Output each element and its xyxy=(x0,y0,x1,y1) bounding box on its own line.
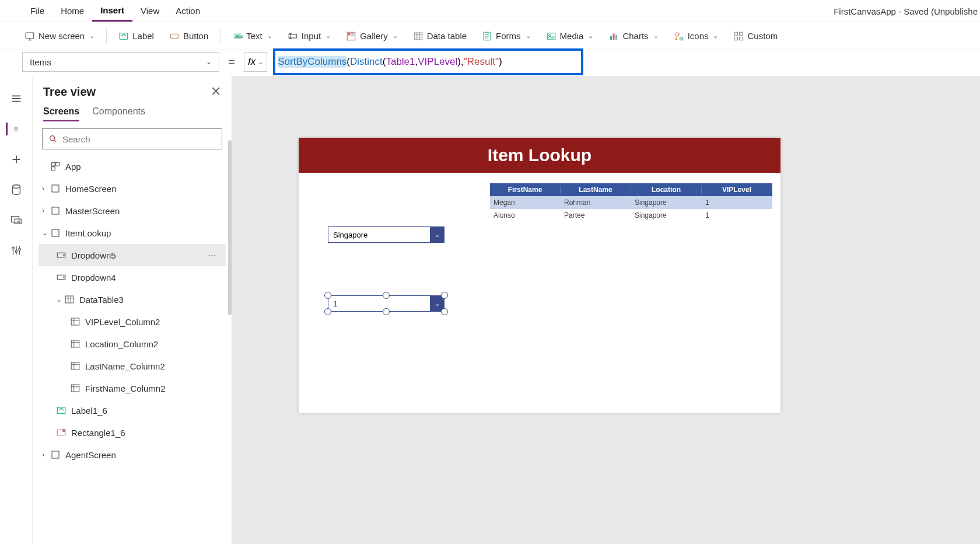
svg-point-17 xyxy=(676,33,679,36)
dropdown5-control[interactable]: 1 ⌄ xyxy=(328,295,444,312)
col-header-lastname[interactable]: LastName xyxy=(561,186,631,194)
new-screen-button[interactable]: New screen⌄ xyxy=(19,27,100,45)
column-icon xyxy=(70,316,82,327)
tree-item-app[interactable]: App xyxy=(38,155,226,177)
fx-button[interactable]: fx⌄ xyxy=(244,52,267,72)
svg-rect-21 xyxy=(740,37,743,40)
custom-icon xyxy=(733,31,744,41)
resize-handle[interactable] xyxy=(324,308,331,315)
dropdown-icon xyxy=(56,250,68,260)
svg-text:Abc: Abc xyxy=(236,34,243,39)
tab-components[interactable]: Components xyxy=(92,106,145,121)
add-icon[interactable] xyxy=(10,153,23,166)
table-row[interactable]: Alonso Partee Singapore 1 xyxy=(490,209,772,222)
tree-item-datatable3[interactable]: ⌄DataTable3 xyxy=(38,288,226,311)
table-row[interactable]: Megan Rohman Singapore 1 xyxy=(490,196,772,209)
resize-handle[interactable] xyxy=(441,292,448,299)
datatable3-control[interactable]: FirstName LastName Location VIPLevel Meg… xyxy=(490,183,772,222)
gallery-icon xyxy=(346,31,356,41)
table-header: FirstName LastName Location VIPLevel xyxy=(490,183,772,196)
col-header-viplevel[interactable]: VIPLevel xyxy=(702,186,772,194)
hamburger-icon[interactable] xyxy=(10,92,23,105)
svg-rect-45 xyxy=(52,451,59,458)
tree-item-rectangle1[interactable]: Rectangle1_6 xyxy=(38,421,226,444)
rectangle-icon xyxy=(56,427,68,438)
database-icon[interactable] xyxy=(10,183,23,196)
dropdown4-control[interactable]: Singapore ⌄ xyxy=(328,226,444,243)
text-button[interactable]: Abc Text⌄ xyxy=(226,27,278,45)
label-icon xyxy=(56,405,68,416)
svg-rect-41 xyxy=(71,385,79,392)
resize-handle[interactable] xyxy=(324,292,331,299)
tree-item-col-lastname[interactable]: LastName_Column2 xyxy=(38,355,226,377)
tab-screens[interactable]: Screens xyxy=(43,106,79,121)
custom-button[interactable]: Custom xyxy=(727,27,783,45)
tools-icon[interactable] xyxy=(10,244,23,257)
canvas-screen[interactable]: Item Lookup Singapore ⌄ 1 ⌄ xyxy=(299,138,780,413)
svg-rect-2 xyxy=(170,34,178,39)
app-title: FirstCanvasApp - Saved (Unpublishe xyxy=(834,0,980,22)
screen-icon xyxy=(50,449,62,460)
formula-bar[interactable]: SortByColumns(Distinct(Table1, VIPLevel)… xyxy=(273,52,980,72)
screen-icon xyxy=(24,31,35,41)
svg-point-28 xyxy=(50,136,55,141)
property-selector[interactable]: Items ⌄ xyxy=(22,52,219,72)
forms-label: Forms xyxy=(496,31,521,41)
svg-rect-19 xyxy=(740,32,743,35)
col-header-firstname[interactable]: FirstName xyxy=(490,186,561,194)
dropdown-value: Singapore xyxy=(333,231,368,239)
tree-item-col-vip[interactable]: VIPLevel_Column2 xyxy=(38,311,226,333)
col-header-location[interactable]: Location xyxy=(631,186,702,194)
menu-view[interactable]: View xyxy=(132,1,167,20)
resize-handle[interactable] xyxy=(441,308,448,315)
page-title: Item Lookup xyxy=(488,145,592,165)
chevron-down-icon[interactable]: ⌄ xyxy=(430,227,444,242)
tree-item-dropdown5[interactable]: Dropdown5⋯ xyxy=(38,244,226,266)
menu-insert[interactable]: Insert xyxy=(92,1,132,22)
tree-item-col-location[interactable]: Location_Column2 xyxy=(38,333,226,355)
chevron-right-icon: › xyxy=(42,451,50,459)
data-table-button[interactable]: Data table xyxy=(407,27,473,45)
chevron-down-icon: ⌄ xyxy=(393,32,398,40)
forms-button[interactable]: Forms⌄ xyxy=(476,27,537,45)
media-icon[interactable] xyxy=(10,214,23,226)
tree-view-icon[interactable] xyxy=(6,123,19,135)
chevron-down-icon: ⌄ xyxy=(653,32,659,40)
search-input[interactable] xyxy=(42,128,222,149)
media-label: Media xyxy=(560,31,584,41)
chevron-down-icon: ⌄ xyxy=(258,58,263,66)
svg-rect-16 xyxy=(615,34,617,39)
button-button[interactable]: Button xyxy=(163,27,214,45)
input-button[interactable]: Input⌄ xyxy=(282,27,337,45)
tree-item-dropdown4[interactable]: Dropdown4 xyxy=(38,266,226,288)
resize-handle[interactable] xyxy=(383,292,390,299)
menu-home[interactable]: Home xyxy=(52,1,92,20)
tree-item-homescreen[interactable]: ›HomeScreen xyxy=(38,177,226,200)
menu-action[interactable]: Action xyxy=(167,1,208,20)
resize-handle[interactable] xyxy=(383,308,390,315)
more-icon[interactable]: ⋯ xyxy=(208,250,218,260)
tree-item-masterscreen[interactable]: ›MasterScreen xyxy=(38,200,226,222)
custom-label: Custom xyxy=(747,31,778,41)
input-icon xyxy=(288,31,298,41)
tree-item-col-firstname[interactable]: FirstName_Column2 xyxy=(38,377,226,399)
close-icon[interactable]: ✕ xyxy=(211,84,221,99)
svg-rect-9 xyxy=(351,34,354,36)
charts-button[interactable]: Charts⌄ xyxy=(603,27,664,45)
svg-rect-7 xyxy=(348,33,351,35)
equals-sign: = xyxy=(225,55,238,69)
scrollbar[interactable] xyxy=(228,140,232,315)
chevron-down-icon: ⌄ xyxy=(267,32,272,40)
search-icon xyxy=(48,134,58,144)
media-button[interactable]: Media⌄ xyxy=(540,27,600,45)
menu-file[interactable]: File xyxy=(22,1,52,20)
tree-item-itemlookup[interactable]: ⌄ItemLookup xyxy=(38,222,226,244)
icons-button[interactable]: Icons⌄ xyxy=(668,27,724,45)
label-button[interactable]: Label xyxy=(113,27,160,45)
tree-item-agentscreen[interactable]: ›AgentScreen xyxy=(38,444,226,466)
chevron-down-icon: ⌄ xyxy=(526,32,531,40)
search-field[interactable] xyxy=(62,134,216,144)
chevron-down-icon: ⌄ xyxy=(588,32,593,40)
tree-item-label1[interactable]: Label1_6 xyxy=(38,399,226,421)
gallery-button[interactable]: Gallery⌄ xyxy=(340,27,404,45)
